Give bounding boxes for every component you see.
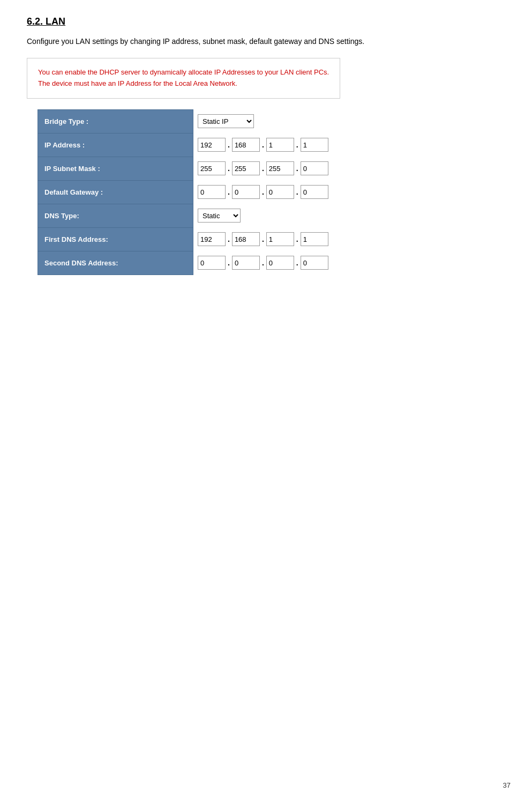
bridge-type-row: Bridge Type : Static IP DHCP	[38, 109, 402, 133]
ip-dot-1: .	[227, 140, 231, 149]
bridge-type-label: Bridge Type :	[38, 109, 193, 133]
default-gateway-label: Default Gateway :	[38, 180, 193, 204]
first-dns-dot-1: .	[227, 235, 231, 243]
ip-address-octet4[interactable]	[301, 138, 328, 152]
first-dns-octet2[interactable]	[232, 232, 260, 246]
dns-type-row: DNS Type: Static Dynamic	[38, 204, 402, 227]
second-dns-value-cell: . . .	[193, 251, 402, 275]
first-dns-dot-2: .	[261, 235, 265, 243]
section-title: 6.2. LAN	[27, 16, 505, 27]
dns-type-value-cell: Static Dynamic	[193, 204, 402, 227]
subnet-dot-2: .	[261, 164, 265, 173]
ip-address-row: IP Address : . . .	[38, 133, 402, 157]
info-line1: You can enable the DHCP server to dynami…	[38, 67, 329, 78]
ip-address-octet3[interactable]	[266, 138, 294, 152]
dns-type-select[interactable]: Static Dynamic	[198, 209, 241, 223]
page-content: 6.2. LAN Configure you LAN settings by c…	[0, 0, 532, 291]
first-dns-label: First DNS Address:	[38, 227, 193, 251]
ip-address-group: . . .	[198, 138, 397, 152]
bridge-type-value-cell: Static IP DHCP	[193, 109, 402, 133]
dns-type-dropdown-wrapper: Static Dynamic	[198, 209, 397, 223]
first-dns-group: . . .	[198, 232, 397, 246]
first-dns-value-cell: . . .	[193, 227, 402, 251]
gateway-octet3[interactable]	[266, 185, 294, 199]
second-dns-octet3[interactable]	[266, 256, 294, 270]
ip-address-label: IP Address :	[38, 133, 193, 157]
settings-table: Bridge Type : Static IP DHCP IP Address …	[38, 109, 402, 275]
gateway-dot-2: .	[261, 188, 265, 196]
first-dns-row: First DNS Address: . . .	[38, 227, 402, 251]
second-dns-label: Second DNS Address:	[38, 251, 193, 275]
second-dns-octet1[interactable]	[198, 256, 226, 270]
first-dns-octet4[interactable]	[301, 232, 328, 246]
second-dns-dot-2: .	[261, 258, 265, 267]
ip-address-octet2[interactable]	[232, 138, 260, 152]
gateway-dot-3: .	[295, 188, 299, 196]
dns-type-label: DNS Type:	[38, 204, 193, 227]
bridge-type-dropdown-wrapper: Static IP DHCP	[198, 114, 397, 128]
subnet-dot-3: .	[295, 164, 299, 173]
subnet-dot-1: .	[227, 164, 231, 173]
first-dns-dot-3: .	[295, 235, 299, 243]
default-gateway-value-cell: . . .	[193, 180, 402, 204]
default-gateway-row: Default Gateway : . . .	[38, 180, 402, 204]
intro-text: Configure you LAN settings by changing I…	[27, 36, 505, 47]
bridge-type-select[interactable]: Static IP DHCP	[198, 114, 254, 128]
subnet-octet4[interactable]	[301, 161, 328, 175]
gateway-octet4[interactable]	[301, 185, 328, 199]
subnet-mask-value-cell: . . .	[193, 157, 402, 180]
second-dns-dot-1: .	[227, 258, 231, 267]
first-dns-octet3[interactable]	[266, 232, 294, 246]
gateway-dot-1: .	[227, 188, 231, 196]
second-dns-octet2[interactable]	[232, 256, 260, 270]
ip-dot-3: .	[295, 140, 299, 149]
first-dns-octet1[interactable]	[198, 232, 226, 246]
subnet-mask-row: IP Subnet Mask : . . .	[38, 157, 402, 180]
second-dns-octet4[interactable]	[301, 256, 328, 270]
info-line2: The device must have an IP Address for t…	[38, 78, 329, 90]
subnet-mask-group: . . .	[198, 161, 397, 175]
ip-address-octet1[interactable]	[198, 138, 226, 152]
second-dns-row: Second DNS Address: . . .	[38, 251, 402, 275]
gateway-octet2[interactable]	[232, 185, 260, 199]
ip-dot-2: .	[261, 140, 265, 149]
gateway-octet1[interactable]	[198, 185, 226, 199]
page-number: 37	[503, 781, 511, 789]
default-gateway-group: . . .	[198, 185, 397, 199]
info-box: You can enable the DHCP server to dynami…	[27, 58, 340, 99]
second-dns-dot-3: .	[295, 258, 299, 267]
subnet-octet1[interactable]	[198, 161, 226, 175]
subnet-octet2[interactable]	[232, 161, 260, 175]
second-dns-group: . . .	[198, 256, 398, 270]
subnet-octet3[interactable]	[266, 161, 294, 175]
ip-address-value-cell: . . .	[193, 133, 402, 157]
subnet-mask-label: IP Subnet Mask :	[38, 157, 193, 180]
